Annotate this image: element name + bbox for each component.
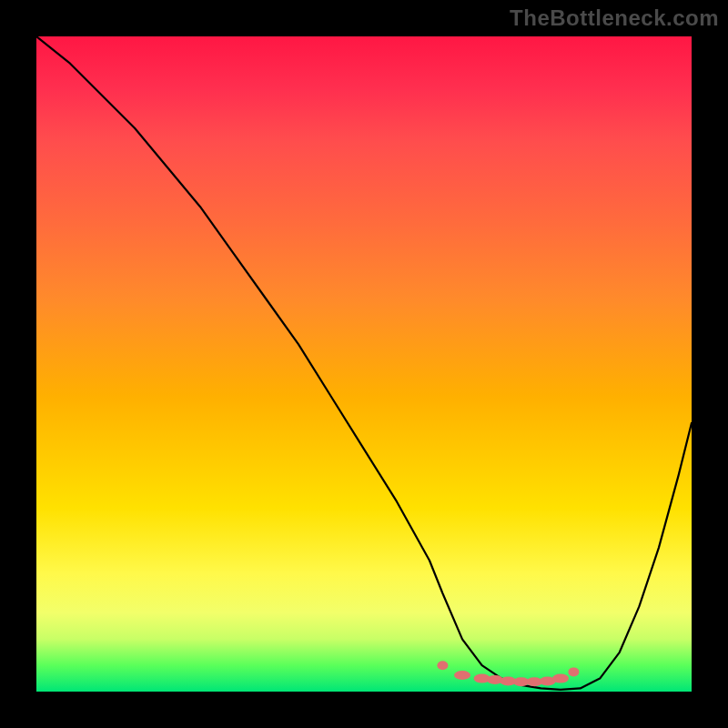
highlight-dots xyxy=(437,661,579,686)
highlight-dot xyxy=(552,674,569,683)
highlight-dot xyxy=(568,667,579,676)
chart-frame: TheBottleneck.com xyxy=(0,0,728,728)
watermark-text: TheBottleneck.com xyxy=(510,5,719,31)
highlight-dot xyxy=(454,671,470,680)
bottleneck-curve xyxy=(36,36,692,690)
curve-layer xyxy=(36,36,692,692)
plot-area xyxy=(36,36,692,692)
highlight-dot xyxy=(437,661,448,670)
